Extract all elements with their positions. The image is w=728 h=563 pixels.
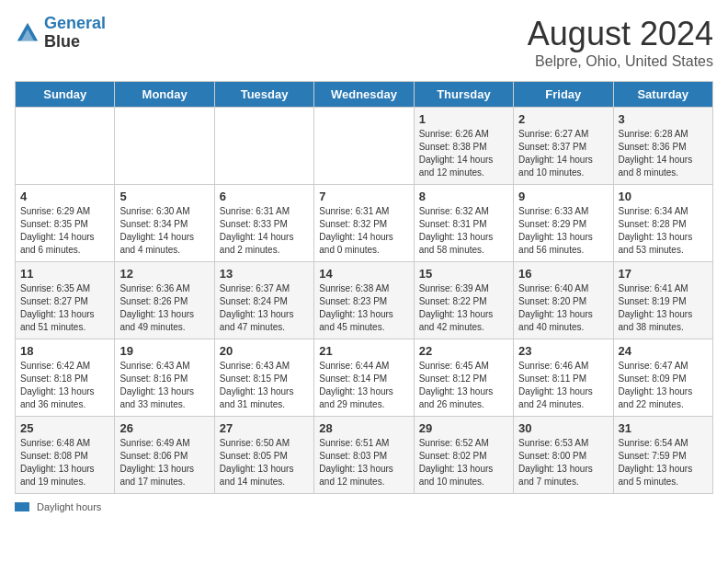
calendar-cell (115, 108, 214, 185)
day-number: 7 (319, 190, 408, 203)
calendar-week-row: 18Sunrise: 6:42 AM Sunset: 8:18 PM Dayli… (16, 339, 713, 417)
day-info: Sunrise: 6:39 AM Sunset: 8:22 PM Dayligh… (419, 282, 508, 334)
day-info: Sunrise: 6:50 AM Sunset: 8:05 PM Dayligh… (220, 437, 309, 488)
day-info: Sunrise: 6:45 AM Sunset: 8:12 PM Dayligh… (419, 360, 508, 411)
subtitle: Belpre, Ohio, United States (528, 53, 713, 70)
calendar-week-row: 4Sunrise: 6:29 AM Sunset: 8:35 PM Daylig… (16, 185, 713, 262)
day-number: 31 (619, 421, 708, 435)
day-number: 10 (619, 190, 708, 203)
weekday-header: Tuesday (214, 82, 313, 108)
day-number: 3 (619, 112, 708, 126)
day-info: Sunrise: 6:47 AM Sunset: 8:09 PM Dayligh… (619, 360, 708, 411)
calendar-cell: 8Sunrise: 6:32 AM Sunset: 8:31 PM Daylig… (414, 185, 513, 262)
calendar-cell: 7Sunrise: 6:31 AM Sunset: 8:32 PM Daylig… (314, 185, 414, 262)
calendar-week-row: 25Sunrise: 6:48 AM Sunset: 8:08 PM Dayli… (16, 417, 713, 494)
day-number: 24 (619, 344, 708, 358)
day-info: Sunrise: 6:26 AM Sunset: 8:38 PM Dayligh… (419, 128, 508, 179)
day-number: 12 (119, 267, 209, 281)
day-number: 18 (20, 344, 109, 358)
day-info: Sunrise: 6:38 AM Sunset: 8:23 PM Dayligh… (319, 282, 408, 334)
logo: General Blue (15, 15, 106, 52)
day-number: 11 (20, 267, 109, 281)
day-info: Sunrise: 6:46 AM Sunset: 8:11 PM Dayligh… (518, 360, 608, 411)
legend-color-box (15, 502, 29, 511)
day-info: Sunrise: 6:29 AM Sunset: 8:35 PM Dayligh… (20, 205, 109, 257)
day-info: Sunrise: 6:34 AM Sunset: 8:28 PM Dayligh… (619, 205, 708, 257)
day-number: 2 (518, 112, 608, 126)
calendar-cell: 19Sunrise: 6:43 AM Sunset: 8:16 PM Dayli… (115, 339, 214, 417)
calendar-cell (214, 108, 313, 185)
day-info: Sunrise: 6:27 AM Sunset: 8:37 PM Dayligh… (518, 128, 608, 179)
day-number: 27 (220, 421, 309, 435)
calendar-header: SundayMondayTuesdayWednesdayThursdayFrid… (16, 82, 713, 108)
day-info: Sunrise: 6:37 AM Sunset: 8:24 PM Dayligh… (220, 282, 309, 334)
day-info: Sunrise: 6:48 AM Sunset: 8:08 PM Dayligh… (20, 437, 109, 488)
day-info: Sunrise: 6:43 AM Sunset: 8:15 PM Dayligh… (220, 360, 309, 411)
calendar-cell: 11Sunrise: 6:35 AM Sunset: 8:27 PM Dayli… (16, 262, 115, 339)
calendar-cell: 15Sunrise: 6:39 AM Sunset: 8:22 PM Dayli… (414, 262, 513, 339)
logo-icon (15, 20, 40, 46)
day-info: Sunrise: 6:33 AM Sunset: 8:29 PM Dayligh… (518, 205, 608, 257)
day-number: 23 (518, 344, 608, 358)
calendar-cell: 13Sunrise: 6:37 AM Sunset: 8:24 PM Dayli… (214, 262, 313, 339)
day-number: 15 (419, 267, 508, 281)
day-info: Sunrise: 6:44 AM Sunset: 8:14 PM Dayligh… (319, 360, 408, 411)
calendar-cell: 20Sunrise: 6:43 AM Sunset: 8:15 PM Dayli… (214, 339, 313, 417)
calendar-cell: 27Sunrise: 6:50 AM Sunset: 8:05 PM Dayli… (214, 417, 313, 494)
day-info: Sunrise: 6:32 AM Sunset: 8:31 PM Dayligh… (419, 205, 508, 257)
calendar-cell: 30Sunrise: 6:53 AM Sunset: 8:00 PM Dayli… (514, 417, 613, 494)
legend-label: Daylight hours (37, 501, 101, 512)
calendar-table: SundayMondayTuesdayWednesdayThursdayFrid… (15, 81, 713, 494)
main-title: August 2024 (528, 15, 713, 53)
day-number: 9 (518, 190, 608, 203)
day-number: 20 (220, 344, 309, 358)
calendar-cell: 12Sunrise: 6:36 AM Sunset: 8:26 PM Dayli… (115, 262, 214, 339)
day-number: 6 (220, 190, 309, 203)
calendar-cell: 26Sunrise: 6:49 AM Sunset: 8:06 PM Dayli… (115, 417, 214, 494)
calendar-cell: 10Sunrise: 6:34 AM Sunset: 8:28 PM Dayli… (613, 185, 712, 262)
calendar-week-row: 11Sunrise: 6:35 AM Sunset: 8:27 PM Dayli… (16, 262, 713, 339)
day-number: 22 (419, 344, 508, 358)
calendar-cell: 22Sunrise: 6:45 AM Sunset: 8:12 PM Dayli… (414, 339, 513, 417)
day-number: 29 (419, 421, 508, 435)
calendar-cell: 3Sunrise: 6:28 AM Sunset: 8:36 PM Daylig… (613, 108, 712, 185)
day-number: 1 (419, 112, 508, 126)
calendar-cell: 2Sunrise: 6:27 AM Sunset: 8:37 PM Daylig… (514, 108, 613, 185)
day-info: Sunrise: 6:42 AM Sunset: 8:18 PM Dayligh… (20, 360, 109, 411)
calendar-cell: 31Sunrise: 6:54 AM Sunset: 7:59 PM Dayli… (613, 417, 712, 494)
day-number: 8 (419, 190, 508, 203)
day-info: Sunrise: 6:51 AM Sunset: 8:03 PM Dayligh… (319, 437, 408, 488)
day-info: Sunrise: 6:43 AM Sunset: 8:16 PM Dayligh… (119, 360, 209, 411)
logo-text: General Blue (44, 15, 106, 52)
day-info: Sunrise: 6:54 AM Sunset: 7:59 PM Dayligh… (619, 437, 708, 488)
calendar-cell (314, 108, 414, 185)
calendar-cell: 4Sunrise: 6:29 AM Sunset: 8:35 PM Daylig… (16, 185, 115, 262)
day-info: Sunrise: 6:31 AM Sunset: 8:33 PM Dayligh… (220, 205, 309, 257)
day-number: 21 (319, 344, 408, 358)
day-info: Sunrise: 6:40 AM Sunset: 8:20 PM Dayligh… (518, 282, 608, 334)
calendar-cell: 5Sunrise: 6:30 AM Sunset: 8:34 PM Daylig… (115, 185, 214, 262)
calendar-cell: 24Sunrise: 6:47 AM Sunset: 8:09 PM Dayli… (613, 339, 712, 417)
calendar-cell: 9Sunrise: 6:33 AM Sunset: 8:29 PM Daylig… (514, 185, 613, 262)
calendar-cell: 18Sunrise: 6:42 AM Sunset: 8:18 PM Dayli… (16, 339, 115, 417)
calendar-cell: 17Sunrise: 6:41 AM Sunset: 8:19 PM Dayli… (613, 262, 712, 339)
weekday-header: Saturday (613, 82, 712, 108)
day-number: 16 (518, 267, 608, 281)
weekday-header: Monday (115, 82, 214, 108)
day-number: 30 (518, 421, 608, 435)
calendar-cell: 21Sunrise: 6:44 AM Sunset: 8:14 PM Dayli… (314, 339, 414, 417)
calendar-cell: 14Sunrise: 6:38 AM Sunset: 8:23 PM Dayli… (314, 262, 414, 339)
calendar-body: 1Sunrise: 6:26 AM Sunset: 8:38 PM Daylig… (16, 108, 713, 494)
logo-line2: Blue (44, 32, 80, 51)
calendar-cell: 1Sunrise: 6:26 AM Sunset: 8:38 PM Daylig… (414, 108, 513, 185)
day-number: 17 (619, 267, 708, 281)
calendar-week-row: 1Sunrise: 6:26 AM Sunset: 8:38 PM Daylig… (16, 108, 713, 185)
day-number: 19 (119, 344, 209, 358)
calendar-cell: 23Sunrise: 6:46 AM Sunset: 8:11 PM Dayli… (514, 339, 613, 417)
day-number: 14 (319, 267, 408, 281)
logo-line1: General (44, 14, 106, 32)
day-info: Sunrise: 6:41 AM Sunset: 8:19 PM Dayligh… (619, 282, 708, 334)
weekday-header: Wednesday (314, 82, 414, 108)
header-row: SundayMondayTuesdayWednesdayThursdayFrid… (16, 82, 713, 108)
calendar-cell: 25Sunrise: 6:48 AM Sunset: 8:08 PM Dayli… (16, 417, 115, 494)
